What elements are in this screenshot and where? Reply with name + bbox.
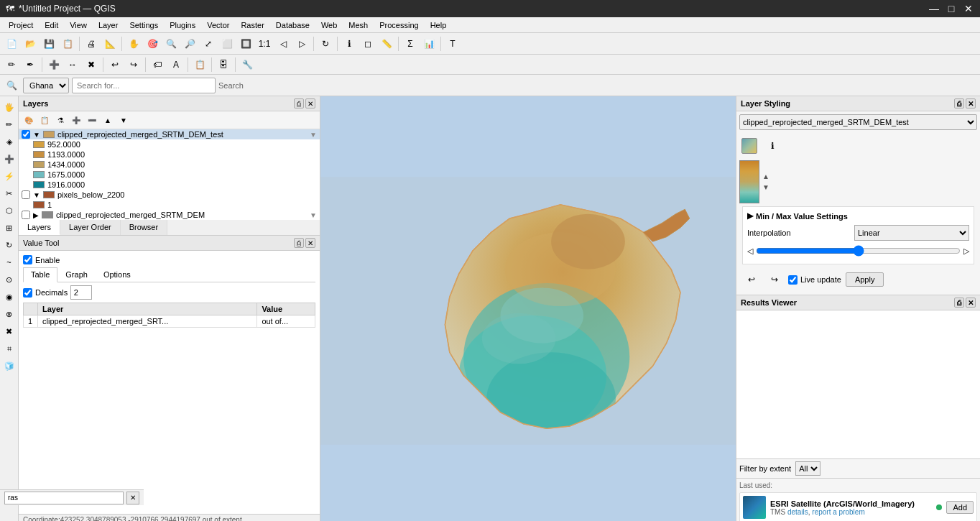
bottom-search-clear-button[interactable]: ✕	[126, 492, 139, 504]
layer-checkbox[interactable]	[22, 190, 30, 199]
list-item[interactable]: 1	[19, 200, 320, 210]
interpolation-select[interactable]: Linear Discrete Exact	[854, 225, 969, 241]
pan-to-selection-button[interactable]: 🎯	[144, 35, 161, 52]
3d-view-tool[interactable]: 🧊	[1, 358, 17, 374]
menu-plugins[interactable]: Plugins	[164, 19, 201, 31]
menu-web[interactable]: Web	[315, 19, 343, 31]
pan-map-button[interactable]: ✋	[125, 35, 142, 52]
layer-styling-close-button[interactable]: ✕	[966, 98, 976, 109]
layer-checkbox[interactable]	[22, 130, 30, 139]
list-item[interactable]: ▼ pixels_below_2200	[19, 190, 320, 200]
min-max-title[interactable]: ▶ Min / Max Value Settings	[747, 211, 969, 221]
menu-database[interactable]: Database	[270, 19, 315, 31]
zoom-layer-button[interactable]: ⬜	[218, 35, 236, 52]
results-close-button[interactable]: ✕	[966, 298, 976, 308]
delete-part-tool[interactable]: ✖	[1, 323, 17, 339]
zoom-next-button[interactable]: ▷	[293, 35, 310, 52]
calculator-button[interactable]: Σ	[402, 35, 419, 52]
tab-layers[interactable]: Layers	[19, 220, 60, 235]
results-float-button[interactable]: ⎙	[954, 298, 964, 308]
enable-checkbox[interactable]	[23, 255, 32, 264]
new-print-layout-button[interactable]: 📐	[101, 35, 119, 52]
layer-styling-float-button[interactable]: ⎙	[954, 98, 964, 109]
layer-up-btn[interactable]: ▲	[101, 113, 115, 127]
list-item[interactable]: 1193.0000	[19, 149, 320, 160]
tab-browser[interactable]: Browser	[121, 220, 167, 235]
report-link[interactable]: report a problem	[812, 508, 864, 516]
layer-expand-icon[interactable]: ▶	[33, 211, 39, 219]
save-project-button[interactable]: 💾	[40, 35, 57, 52]
menu-edit[interactable]: Edit	[39, 19, 64, 31]
add-ring-tool[interactable]: ⊙	[1, 272, 17, 287]
touch-zoom-tool[interactable]: 🖐	[1, 99, 17, 115]
layer-down-btn[interactable]: ▼	[116, 113, 131, 127]
filter-layers-btn[interactable]: ⚗	[53, 113, 68, 127]
move-feature-button[interactable]: ↔	[64, 56, 81, 73]
rotate-tool[interactable]: ↻	[1, 237, 17, 253]
simplify-tool[interactable]: ~	[1, 254, 17, 270]
vt-tab-table[interactable]: Table	[23, 267, 57, 282]
apply-button[interactable]: Apply	[846, 272, 884, 287]
maximize-button[interactable]: □	[946, 3, 957, 14]
value-tool-close-button[interactable]: ✕	[305, 238, 315, 248]
offset-tool[interactable]: ⊞	[1, 220, 17, 236]
menu-layer[interactable]: Layer	[93, 19, 124, 31]
decimals-checkbox[interactable]	[23, 288, 32, 298]
label-button[interactable]: T	[444, 35, 461, 52]
attributes-button[interactable]: 🏷	[149, 56, 166, 73]
reshape-tool[interactable]: ⬡	[1, 203, 17, 218]
menu-project[interactable]: Project	[3, 19, 39, 31]
slider-right-arrow[interactable]: ▷	[963, 246, 969, 256]
refresh-button[interactable]: ↻	[317, 35, 334, 52]
list-item[interactable]: 1434.0000	[19, 160, 320, 170]
range-slider[interactable]	[756, 245, 961, 257]
undo-styling-button[interactable]: ↩	[742, 270, 761, 289]
list-item[interactable]: ▼ clipped_reprojected_merged_SRTM_DEM_te…	[19, 129, 320, 139]
add-layer-btn[interactable]: ➕	[69, 113, 83, 127]
styling-mode-raster-btn[interactable]	[739, 136, 759, 156]
minimize-button[interactable]: —	[928, 3, 940, 14]
layer-expand-icon[interactable]: ▼	[33, 131, 40, 139]
bottom-search-input[interactable]	[4, 492, 124, 504]
list-item[interactable]: ▶ clipped_reprojected_merged_SRTM_DEM ▼	[19, 210, 320, 220]
cut-tool[interactable]: ✂	[1, 185, 17, 201]
delete-selected-button[interactable]: ✖	[83, 56, 100, 73]
identify-button[interactable]: ℹ	[341, 35, 358, 52]
plugin-buttons[interactable]: 🔧	[239, 56, 256, 73]
redo-styling-button[interactable]: ↪	[765, 270, 784, 289]
layer-expand-icon[interactable]: ▼	[33, 191, 40, 199]
fill-ring-tool[interactable]: ◉	[1, 289, 17, 305]
open-layer-styling-btn[interactable]: 🎨	[22, 113, 36, 127]
zoom-native-button[interactable]: 1:1	[256, 35, 273, 52]
new-project-button[interactable]: 📄	[3, 35, 20, 52]
open-table-button[interactable]: 📋	[191, 56, 208, 73]
map-area[interactable]	[320, 96, 736, 521]
menu-help[interactable]: Help	[425, 19, 453, 31]
add-layer-from-last-used-button[interactable]: Add	[946, 501, 974, 514]
node-tool[interactable]: ◈	[1, 134, 17, 149]
add-feature-button[interactable]: ➕	[45, 56, 63, 73]
tab-layer-order[interactable]: Layer Order	[60, 220, 121, 235]
close-button[interactable]: ✕	[963, 3, 974, 14]
label-tool-button[interactable]: A	[167, 56, 185, 73]
layers-float-button[interactable]: ⎙	[294, 98, 304, 109]
select-features-button[interactable]: ◻	[359, 35, 376, 52]
current-edits-button[interactable]: ✏	[3, 56, 20, 73]
digitize-button[interactable]: ✒	[22, 56, 39, 73]
list-item[interactable]: 1916.0000	[19, 180, 320, 190]
delete-ring-tool[interactable]: ⊗	[1, 306, 17, 322]
split-tool[interactable]: ⌗	[1, 341, 17, 356]
menu-vector[interactable]: Vector	[201, 19, 235, 31]
menu-processing[interactable]: Processing	[374, 19, 424, 31]
zoom-selection-button[interactable]: 🔲	[237, 35, 254, 52]
menu-settings[interactable]: Settings	[124, 19, 164, 31]
zoom-full-button[interactable]: ⤢	[200, 35, 217, 52]
menu-raster[interactable]: Raster	[235, 19, 269, 31]
styling-mode-info-btn[interactable]: ℹ	[762, 136, 782, 156]
location-dropdown[interactable]: Ghana	[23, 78, 69, 93]
merge-tool[interactable]: ⚡	[1, 168, 17, 184]
redo-button[interactable]: ↪	[125, 56, 142, 73]
statistics-button[interactable]: 📊	[420, 35, 438, 52]
details-link[interactable]: details	[787, 508, 808, 516]
search-icon-btn[interactable]: 🔍	[3, 77, 20, 94]
